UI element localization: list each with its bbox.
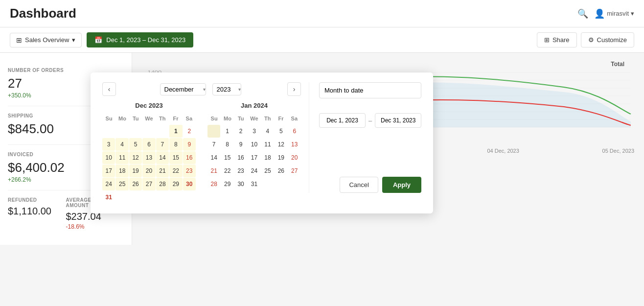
dp-day[interactable]: 9: [234, 138, 247, 151]
dp-day[interactable]: 29: [221, 178, 233, 190]
stat-refunded-value: $1,110.00: [8, 206, 66, 217]
stat-refunded-label: REFUNDED: [8, 197, 66, 203]
calendar-icon: 📅: [94, 36, 102, 44]
dp-day[interactable]: 19: [129, 165, 142, 177]
dp-start-date-input[interactable]: [319, 113, 366, 128]
dp-day[interactable]: 6: [142, 138, 155, 151]
dp-right-section: Month to date Today Yesterday Last 7 day…: [309, 82, 421, 193]
dp-day[interactable]: 13: [142, 151, 155, 164]
dp-day: [129, 125, 142, 138]
dp-day[interactable]: 1: [169, 125, 182, 138]
dp-prev-button[interactable]: ‹: [102, 82, 116, 96]
dp-day[interactable]: 12: [275, 138, 287, 151]
dp-day[interactable]: 7: [207, 138, 220, 151]
dp-nav-row: ‹ JanuaryFebruaryMarch AprilMayJune July…: [102, 82, 301, 96]
dp-day: [129, 191, 142, 204]
dp-day[interactable]: 12: [129, 151, 142, 164]
dp-day[interactable]: 4: [261, 125, 274, 138]
sales-overview-button[interactable]: ⊞ Sales Overview ▾: [10, 33, 82, 47]
dp-day[interactable]: 30: [234, 178, 247, 190]
dp-day: [169, 191, 182, 204]
dp-day[interactable]: 22: [169, 165, 182, 177]
dp-apply-button[interactable]: Apply: [382, 177, 421, 193]
dp-day[interactable]: 17: [248, 151, 260, 164]
dp-day[interactable]: 20: [142, 165, 155, 177]
dp-day[interactable]: 23: [183, 165, 196, 177]
dp-day[interactable]: 9: [183, 138, 196, 151]
grid-icon: ⊞: [16, 36, 22, 44]
toolbar-actions: ⊞ Share ⚙ Customize: [537, 32, 634, 47]
x-label-5: 05 Dec, 2023: [602, 148, 634, 154]
dp-day[interactable]: 5: [275, 125, 287, 138]
dp-day[interactable]: 2: [234, 125, 247, 138]
dp-day[interactable]: 31: [248, 178, 260, 190]
dp-day[interactable]: 25: [261, 165, 274, 177]
dp-jan-body: 1 2 3 4 5 6 7 8 9 10 11 12 13: [207, 125, 301, 190]
dp-day[interactable]: 14: [207, 151, 220, 164]
dp-day: [115, 125, 128, 138]
dp-day[interactable]: 3: [102, 138, 115, 151]
dp-day[interactable]: 8: [221, 138, 233, 151]
dp-day[interactable]: 18: [115, 165, 128, 177]
customize-button[interactable]: ⚙ Customize: [581, 32, 634, 47]
search-button[interactable]: 🔍: [577, 8, 588, 19]
dp-day[interactable]: 13: [288, 138, 301, 151]
dp-day[interactable]: 21: [156, 165, 169, 177]
user-menu[interactable]: 👤 mirasvit ▾: [594, 8, 634, 19]
dp-day[interactable]: 18: [261, 151, 274, 164]
dp-day[interactable]: 17: [102, 165, 115, 177]
dp-month-select[interactable]: JanuaryFebruaryMarch AprilMayJune JulyAu…: [160, 83, 206, 95]
dp-day[interactable]: 10: [248, 138, 260, 151]
dp-day[interactable]: 1: [221, 125, 233, 138]
dp-day[interactable]: 2: [183, 125, 196, 138]
dp-day[interactable]: 3: [248, 125, 260, 138]
sales-overview-label: Sales Overview: [25, 36, 69, 44]
dp-day[interactable]: 31: [102, 191, 115, 204]
dp-day[interactable]: 28: [207, 178, 220, 190]
dp-day[interactable]: 23: [234, 165, 247, 177]
dp-day[interactable]: 22: [221, 165, 233, 177]
dp-day[interactable]: 19: [275, 151, 287, 164]
dp-cancel-button[interactable]: Cancel: [340, 177, 378, 193]
dp-day[interactable]: 6: [288, 125, 301, 138]
dp-day[interactable]: 11: [115, 151, 128, 164]
dp-day[interactable]: 25: [115, 178, 128, 190]
dp-day[interactable]: 8: [169, 138, 182, 151]
dp-preset-select[interactable]: Month to date Today Yesterday Last 7 day…: [319, 82, 421, 98]
dp-day[interactable]: 20: [288, 151, 301, 164]
dp-day[interactable]: 14: [156, 151, 169, 164]
gear-icon: ⚙: [588, 36, 594, 44]
dp-day[interactable]: 11: [261, 138, 274, 151]
dp-day[interactable]: 10: [102, 151, 115, 164]
dp-day[interactable]: 27: [288, 165, 301, 177]
dp-day[interactable]: 28: [156, 178, 169, 190]
dp-day[interactable]: 26: [275, 165, 287, 177]
dp-day[interactable]: 16: [234, 151, 247, 164]
dp-day[interactable]: 30: [183, 178, 196, 190]
dp-day[interactable]: 5: [129, 138, 142, 151]
date-range-button[interactable]: 📅 Dec 1, 2023 – Dec 31, 2023: [87, 32, 193, 47]
dp-dec-header: SuMoTuWeThFrSa: [102, 114, 196, 123]
dp-year-select[interactable]: 20202021202220232024: [212, 83, 241, 95]
dp-day[interactable]: 24: [248, 165, 260, 177]
chart-total-label: Total: [601, 58, 634, 68]
dp-day[interactable]: 27: [142, 178, 155, 190]
dp-day[interactable]: 29: [169, 178, 182, 190]
dp-day[interactable]: 15: [169, 151, 182, 164]
dp-day[interactable]: 15: [221, 151, 233, 164]
dp-jan-title: Jan 2024: [207, 102, 301, 109]
dp-next-button[interactable]: ›: [287, 82, 301, 96]
dp-day[interactable]: 7: [156, 138, 169, 151]
dp-day[interactable]: 16: [183, 151, 196, 164]
dp-day: [261, 178, 274, 190]
dp-day[interactable]: 24: [102, 178, 115, 190]
dp-day: [156, 125, 169, 138]
share-button[interactable]: ⊞ Share: [537, 32, 577, 47]
dp-day: [115, 191, 128, 204]
dp-day[interactable]: 21: [207, 165, 220, 177]
dp-end-date-input[interactable]: [375, 113, 421, 128]
customize-label: Customize: [597, 36, 627, 44]
dp-day: [156, 191, 169, 204]
dp-day[interactable]: 4: [115, 138, 128, 151]
dp-day[interactable]: 26: [129, 178, 142, 190]
